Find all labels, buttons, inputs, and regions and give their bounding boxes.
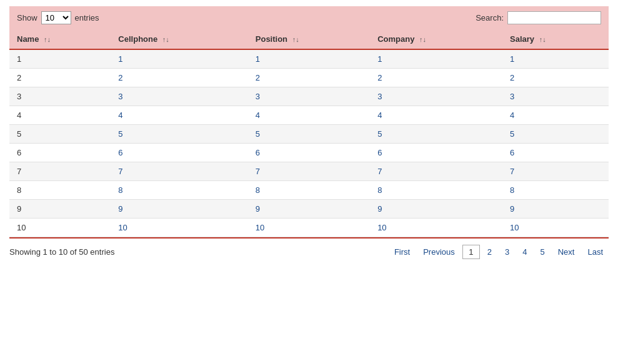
cell-name: 4: [9, 106, 111, 125]
showing-info: Showing 1 to 10 of 50 entries: [9, 247, 114, 257]
col-cellphone-sort-icon: ↑↓: [162, 36, 169, 43]
cell-cellphone: 6: [111, 144, 247, 162]
previous-button[interactable]: Previous: [417, 245, 461, 259]
entries-label: entries: [75, 13, 99, 22]
cell-name: 10: [9, 219, 111, 237]
cell-salary: 6: [502, 144, 609, 162]
col-company-label: Company: [377, 34, 414, 44]
col-header-cellphone[interactable]: Cellphone ↑↓: [111, 29, 247, 49]
cell-salary: 9: [502, 200, 609, 219]
cell-salary: 3: [502, 87, 609, 106]
col-salary-sort-icon: ↑↓: [539, 36, 546, 43]
page-2-button[interactable]: 2: [482, 245, 497, 259]
col-position-sort-icon: ↑↓: [292, 36, 299, 43]
table-row: 11111: [9, 49, 609, 69]
next-button[interactable]: Next: [552, 245, 581, 259]
pagination: First Previous 1 2 3 4 5 Next Last: [389, 245, 609, 259]
page-4-button[interactable]: 4: [517, 245, 532, 259]
cell-cellphone: 1: [111, 49, 247, 69]
cell-salary: 2: [502, 69, 609, 87]
cell-name: 3: [9, 87, 111, 106]
cell-company: 5: [370, 125, 502, 144]
cell-cellphone: 7: [111, 162, 247, 181]
col-company-sort-icon: ↑↓: [419, 36, 426, 43]
cell-salary: 7: [502, 162, 609, 181]
table-row: 99999: [9, 200, 609, 219]
cell-cellphone: 9: [111, 200, 247, 219]
table-row: 77777: [9, 162, 609, 181]
cell-position: 9: [248, 200, 370, 219]
cell-cellphone: 5: [111, 125, 247, 144]
current-page: 1: [462, 245, 480, 259]
table-row: 33333: [9, 87, 609, 106]
show-label: Show: [17, 13, 37, 22]
cell-company: 3: [370, 87, 502, 106]
top-controls: Show 10 25 50 100 entries Search:: [9, 6, 609, 29]
col-position-label: Position: [256, 34, 287, 44]
cell-position: 5: [248, 125, 370, 144]
cell-position: 3: [248, 87, 370, 106]
table-row: 1010101010: [9, 219, 609, 237]
cell-position: 4: [248, 106, 370, 125]
col-salary-label: Salary: [510, 34, 534, 44]
bottom-controls: Showing 1 to 10 of 50 entries First Prev…: [9, 237, 609, 265]
cell-salary: 1: [502, 49, 609, 69]
cell-company: 6: [370, 144, 502, 162]
col-cellphone-label: Cellphone: [118, 34, 157, 44]
col-name-sort-icon: ↑↓: [44, 36, 51, 43]
cell-salary: 5: [502, 125, 609, 144]
cell-name: 5: [9, 125, 111, 144]
cell-cellphone: 10: [111, 219, 247, 237]
cell-company: 2: [370, 69, 502, 87]
cell-name: 6: [9, 144, 111, 162]
cell-company: 8: [370, 181, 502, 200]
cell-cellphone: 2: [111, 69, 247, 87]
search-label: Search:: [476, 13, 504, 22]
page-3-button[interactable]: 3: [499, 245, 515, 259]
table-row: 44444: [9, 106, 609, 125]
cell-name: 2: [9, 69, 111, 87]
entries-select[interactable]: 10 25 50 100: [41, 11, 71, 24]
cell-cellphone: 4: [111, 106, 247, 125]
col-name-label: Name: [17, 34, 39, 44]
cell-position: 10: [248, 219, 370, 237]
col-header-company[interactable]: Company ↑↓: [370, 29, 502, 49]
show-entries-section: Show 10 25 50 100 entries: [17, 11, 99, 24]
cell-position: 1: [248, 49, 370, 69]
col-header-salary[interactable]: Salary ↑↓: [502, 29, 609, 49]
main-container: Show 10 25 50 100 entries Search: Name ↑…: [0, 0, 618, 364]
table-row: 66666: [9, 144, 609, 162]
table-row: 55555: [9, 125, 609, 144]
cell-company: 4: [370, 106, 502, 125]
cell-position: 8: [248, 181, 370, 200]
search-section: Search:: [476, 11, 601, 24]
table-header-row: Name ↑↓ Cellphone ↑↓ Position ↑↓ Company…: [9, 29, 609, 49]
cell-position: 7: [248, 162, 370, 181]
cell-cellphone: 3: [111, 87, 247, 106]
cell-name: 8: [9, 181, 111, 200]
page-5-button[interactable]: 5: [534, 245, 550, 259]
cell-salary: 10: [502, 219, 609, 237]
cell-company: 1: [370, 49, 502, 69]
first-button[interactable]: First: [389, 245, 416, 259]
cell-position: 6: [248, 144, 370, 162]
col-header-position[interactable]: Position ↑↓: [248, 29, 370, 49]
cell-cellphone: 8: [111, 181, 247, 200]
data-table: Name ↑↓ Cellphone ↑↓ Position ↑↓ Company…: [9, 29, 609, 237]
search-input[interactable]: [507, 11, 601, 24]
table-row: 22222: [9, 69, 609, 87]
cell-name: 1: [9, 49, 111, 69]
last-button[interactable]: Last: [582, 245, 609, 259]
cell-company: 7: [370, 162, 502, 181]
cell-salary: 4: [502, 106, 609, 125]
cell-name: 7: [9, 162, 111, 181]
cell-company: 10: [370, 219, 502, 237]
cell-company: 9: [370, 200, 502, 219]
table-row: 88888: [9, 181, 609, 200]
cell-name: 9: [9, 200, 111, 219]
cell-position: 2: [248, 69, 370, 87]
cell-salary: 8: [502, 181, 609, 200]
col-header-name[interactable]: Name ↑↓: [9, 29, 111, 49]
